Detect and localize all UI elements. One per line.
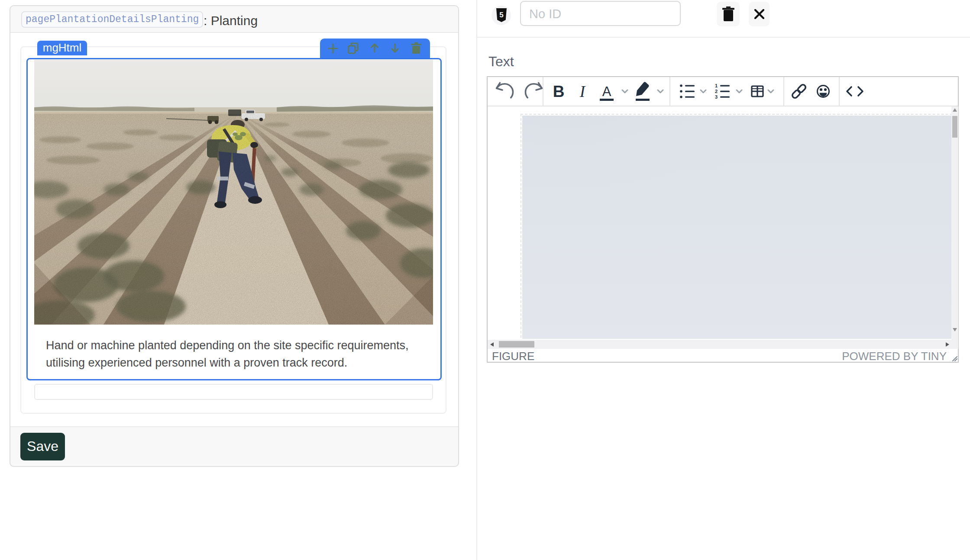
svg-text:2: 2	[715, 89, 718, 94]
svg-text:1: 1	[715, 83, 718, 88]
svg-text:A: A	[602, 84, 611, 99]
svg-text:B: B	[553, 83, 565, 100]
svg-text:5: 5	[499, 11, 503, 19]
svg-text:I: I	[579, 83, 586, 100]
svg-text:3: 3	[715, 94, 718, 100]
